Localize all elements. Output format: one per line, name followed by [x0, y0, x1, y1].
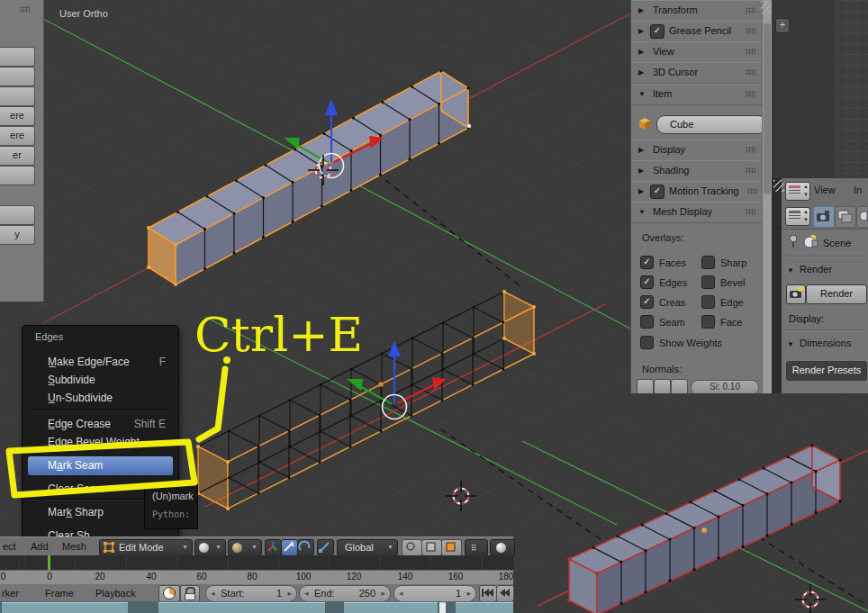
menu-item-mark-seam[interactable]: Ma̲rk Seam: [28, 456, 173, 475]
manipulator-axes-button[interactable]: [265, 539, 282, 556]
menu-select[interactable]: ect: [3, 541, 16, 552]
panel-drag-dots-icon[interactable]: [746, 147, 755, 153]
tool-button[interactable]: y: [0, 225, 35, 245]
menu-frame[interactable]: Frame: [45, 588, 74, 599]
menu-view[interactable]: View: [814, 185, 836, 195]
jump-to-start-button[interactable]: [479, 585, 497, 602]
normals-face-button[interactable]: [671, 379, 688, 393]
menu-item-edge-crease[interactable]: E̲dge Crease Shift E: [28, 415, 173, 433]
taskbar-button[interactable]: [158, 602, 325, 613]
render-layers-tab[interactable]: [835, 206, 856, 228]
menu-info[interactable]: In: [854, 185, 862, 195]
tool-button[interactable]: [0, 67, 35, 86]
motion-tracking-checkbox[interactable]: ✓: [650, 185, 665, 199]
overlay-bevel-checkbox[interactable]: [701, 275, 715, 289]
normals-edge-button[interactable]: [654, 379, 671, 393]
panel-drag-dots-icon[interactable]: [746, 91, 755, 97]
panel-section-motion-tracking[interactable]: ▶ ✓ Motion Tracking: [631, 181, 763, 203]
render-tab[interactable]: [813, 206, 835, 228]
panel-section-display[interactable]: ▶ Display: [631, 140, 763, 161]
tool-button[interactable]: ere: [0, 106, 35, 126]
current-frame-field[interactable]: ◂ 1 ▸: [393, 585, 476, 602]
panel-section-grease-pencil[interactable]: ▶ ✓ Grease Pencil: [631, 21, 763, 42]
manipulator-translate-button[interactable]: [281, 539, 298, 556]
menu-item-subdivide[interactable]: S̲ubdivide: [28, 371, 173, 389]
panel-drag-dots-icon[interactable]: [746, 49, 755, 55]
show-weights-checkbox[interactable]: [640, 336, 654, 349]
panel-drag-dots-icon[interactable]: [20, 6, 30, 13]
editor-type-button[interactable]: ▲▼: [785, 182, 810, 201]
render-image-icon-button[interactable]: [786, 284, 806, 304]
transform-orientation-dropdown[interactable]: Global ▼: [337, 539, 398, 556]
menu-mesh[interactable]: Mesh: [62, 541, 86, 552]
start-frame-field[interactable]: ◂ Start: 1 ▸: [205, 585, 297, 602]
menu-add[interactable]: Add: [31, 541, 49, 552]
increment-arrow-icon[interactable]: ▸: [381, 586, 385, 600]
taskbar-button[interactable]: [456, 602, 513, 613]
tool-button[interactable]: [0, 86, 35, 106]
decrement-arrow-icon[interactable]: ◂: [304, 586, 309, 600]
tool-button[interactable]: [0, 166, 35, 185]
pivot-point-dropdown[interactable]: ▼: [228, 539, 262, 556]
taskbar-button[interactable]: [2, 602, 128, 613]
panel-section-mesh-display[interactable]: ▼ Mesh Display: [631, 202, 763, 223]
increment-arrow-icon[interactable]: ▸: [287, 586, 292, 600]
panel-drag-dots-icon[interactable]: [746, 167, 755, 174]
previous-keyframe-button[interactable]: [496, 585, 514, 602]
panel-drag-dots-icon[interactable]: [746, 28, 755, 34]
panel-section-view[interactable]: ▶ View: [631, 41, 763, 63]
normals-size-slider[interactable]: Si: 0.10: [691, 380, 759, 393]
time-button[interactable]: [158, 585, 180, 602]
snap-toggle-button[interactable]: [402, 539, 422, 556]
manipulator-scale-button[interactable]: [317, 539, 334, 556]
snap-target-button[interactable]: [421, 539, 442, 556]
overlay-creases-checkbox[interactable]: ✓: [640, 295, 654, 309]
overlay-edge-checkbox[interactable]: [701, 295, 715, 309]
editor-type-button[interactable]: ▲▼: [785, 207, 810, 226]
timeline-track[interactable]: [0, 555, 513, 570]
snap-peel-button[interactable]: [441, 539, 462, 556]
render-still-button[interactable]: [490, 539, 515, 556]
menu-item-make-edge-face[interactable]: M̲ake Edge/Face F: [28, 353, 173, 371]
add-panel-button[interactable]: +: [775, 18, 790, 33]
overlay-faces-checkbox[interactable]: ✓: [640, 256, 654, 269]
current-frame-marker[interactable]: [48, 555, 50, 570]
panel-drag-dots-icon[interactable]: [747, 188, 757, 194]
render-presets-dropdown[interactable]: Render Presets: [786, 361, 867, 381]
window-splitter-grip[interactable]: [773, 180, 784, 192]
menu-item-un-subdivide[interactable]: U̲n-Subdivide: [28, 389, 173, 407]
scrollbar-thumb[interactable]: [764, 23, 771, 194]
panel-drag-dots-icon[interactable]: [746, 209, 755, 215]
menu-playback[interactable]: Playback: [95, 588, 136, 599]
render-opengl-button[interactable]: ⠿: [465, 539, 488, 556]
grease-pencil-checkbox[interactable]: ✓: [650, 24, 665, 39]
decrement-arrow-icon[interactable]: ◂: [399, 586, 403, 600]
panel-drag-dots-icon[interactable]: [746, 7, 755, 14]
overlay-edges-checkbox[interactable]: ✓: [640, 275, 654, 289]
lock-button[interactable]: [180, 585, 200, 602]
taskbar-button[interactable]: [344, 602, 438, 613]
tool-button[interactable]: [0, 205, 35, 225]
panel-section-item[interactable]: ▼ Item: [631, 84, 763, 105]
render-section-label[interactable]: Render: [800, 264, 832, 275]
tool-button[interactable]: er: [0, 146, 35, 166]
pin-icon[interactable]: [787, 234, 800, 248]
viewport-shading-dropdown[interactable]: ▼: [194, 539, 226, 556]
decrement-arrow-icon[interactable]: ◂: [211, 586, 215, 600]
menu-marker[interactable]: rker: [2, 588, 19, 599]
increment-arrow-icon[interactable]: ▸: [466, 586, 471, 600]
panel-section-transform[interactable]: ▶ Transform: [631, 0, 763, 22]
object-name-field[interactable]: Cube: [656, 115, 763, 134]
mode-dropdown[interactable]: Edit Mode ▼: [99, 539, 193, 556]
overlay-sharp-checkbox[interactable]: [701, 256, 715, 269]
dimensions-section-label[interactable]: Dimensions: [800, 338, 851, 348]
render-button[interactable]: Render: [806, 284, 867, 304]
panel-drag-dots-icon[interactable]: [746, 69, 755, 76]
breadcrumb[interactable]: Scene: [823, 238, 851, 248]
overlay-face-checkbox[interactable]: [701, 315, 715, 329]
panel-section-3d-cursor[interactable]: ▶ 3D Cursor: [631, 62, 763, 84]
scene-tab[interactable]: [856, 206, 868, 228]
tool-button[interactable]: [0, 47, 35, 67]
panel-section-shading[interactable]: ▶ Shading: [631, 160, 763, 182]
normals-vertex-button[interactable]: [637, 379, 654, 393]
